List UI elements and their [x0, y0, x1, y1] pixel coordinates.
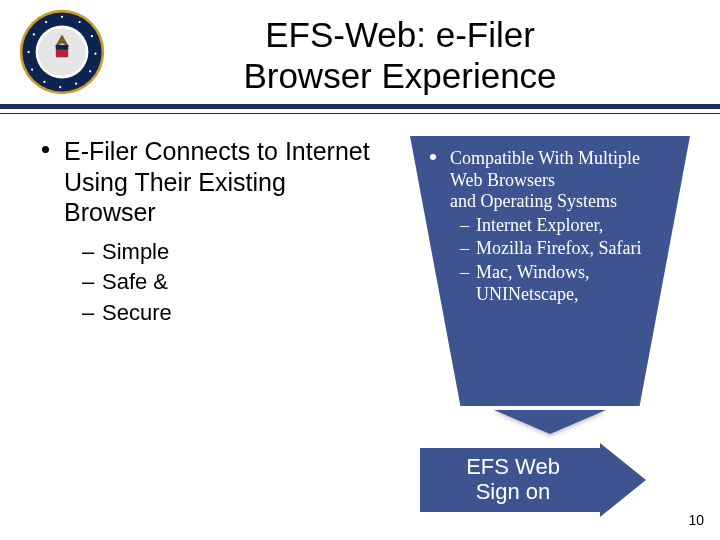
svg-point-15	[27, 51, 29, 53]
title-rule-thin	[0, 113, 720, 114]
callout-lead-line: Web Browsers	[450, 170, 555, 190]
left-subbullet: – Simple	[38, 238, 378, 267]
callout-item: – Mac, Windows, UNINetscape,	[424, 262, 676, 305]
left-bullet-main-text: E-Filer Connects to Internet Using Their…	[64, 137, 370, 226]
right-column: Compatible With Multiple Web Browsers an…	[398, 136, 698, 327]
left-subbullet: – Secure	[38, 299, 378, 328]
svg-rect-5	[56, 45, 68, 49]
svg-point-11	[75, 83, 77, 85]
compat-callout-content: Compatible With Multiple Web Browsers an…	[424, 148, 676, 305]
page-number: 10	[688, 512, 704, 528]
dash-icon: –	[82, 268, 94, 297]
left-subbullet-text: Secure	[102, 300, 172, 325]
signon-arrow-body: EFS Web Sign on	[420, 448, 600, 512]
svg-point-10	[89, 70, 91, 72]
callout-lead-line: Compatible With Multiple	[450, 148, 640, 168]
signon-arrow: EFS Web Sign on	[420, 448, 670, 512]
svg-point-8	[91, 35, 93, 37]
svg-point-13	[43, 81, 45, 83]
left-column: E-Filer Connects to Internet Using Their…	[38, 136, 378, 327]
callout-lead-line: and Operating Systems	[450, 191, 617, 211]
slide: EFS-Web: e-Filer Browser Experience E-Fi…	[0, 0, 720, 540]
left-subbullet-text: Simple	[102, 239, 169, 264]
title-rule-thick	[0, 104, 720, 109]
callout-item: – Mozilla Firefox, Safari	[424, 238, 676, 260]
left-subbullet: – Safe &	[38, 268, 378, 297]
body-columns: E-Filer Connects to Internet Using Their…	[38, 136, 698, 327]
dash-icon: –	[82, 238, 94, 267]
signon-label: EFS Web Sign on	[448, 455, 578, 504]
title-line-1: EFS-Web: e-Filer	[120, 14, 680, 55]
left-subbullet-text: Safe &	[102, 269, 168, 294]
callout-item-text: Mac, Windows, UNINetscape,	[476, 262, 589, 304]
dash-icon: –	[460, 215, 469, 237]
left-bullet-main: E-Filer Connects to Internet Using Their…	[38, 136, 378, 228]
right-arrow-head-icon	[600, 443, 646, 517]
callout-item-text: Mozilla Firefox, Safari	[476, 238, 641, 258]
svg-point-17	[45, 21, 47, 23]
callout-lead: Compatible With Multiple Web Browsers an…	[424, 148, 676, 213]
dash-icon: –	[82, 299, 94, 328]
svg-point-14	[31, 68, 33, 70]
callout-item: – Internet Explorer,	[424, 215, 676, 237]
bullet-dot-icon	[42, 146, 49, 153]
svg-point-9	[94, 53, 96, 55]
svg-point-16	[33, 33, 35, 35]
dash-icon: –	[460, 238, 469, 260]
bullet-dot-icon	[430, 154, 436, 160]
svg-point-6	[61, 16, 63, 18]
svg-point-12	[59, 86, 61, 88]
callout-item-text: Internet Explorer,	[476, 215, 603, 235]
title-line-2: Browser Experience	[120, 55, 680, 96]
svg-point-7	[78, 21, 80, 23]
page-title: EFS-Web: e-Filer Browser Experience	[120, 14, 680, 97]
dash-icon: –	[460, 262, 469, 284]
compat-callout: Compatible With Multiple Web Browsers an…	[410, 136, 690, 406]
uspto-seal-icon	[18, 8, 106, 96]
down-arrow-head-icon	[494, 410, 606, 434]
